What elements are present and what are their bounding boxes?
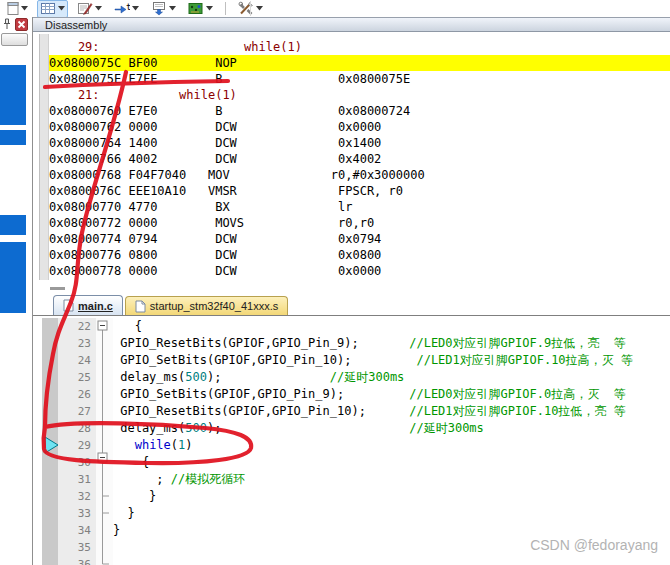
fold-margin[interactable] — [96, 505, 113, 522]
document-icon — [135, 300, 146, 313]
code-text[interactable]: delay_ms(500); //延时300ms — [113, 369, 670, 386]
dropdown-arrow-icon[interactable] — [95, 6, 102, 11]
line-number: 34 — [58, 522, 96, 539]
selected-register-rows[interactable] — [0, 130, 26, 145]
disasm-instruction-line[interactable]: 0x0800075C BF00 NOP — [40, 55, 670, 71]
fold-margin[interactable] — [96, 420, 113, 437]
breakpoint-margin[interactable] — [33, 420, 58, 437]
breakpoint-margin[interactable] — [33, 437, 58, 454]
tools-icon — [238, 1, 254, 16]
code-text[interactable]: GPIO_SetBits(GPIOF,GPIO_Pin_10); //LED1对… — [113, 352, 670, 369]
toolbar-button-trace-step[interactable]: t — [111, 0, 142, 17]
breakpoint-margin[interactable] — [33, 505, 58, 522]
close-icon — [17, 20, 26, 29]
fold-margin[interactable] — [96, 352, 113, 369]
selected-register-rows[interactable] — [0, 242, 26, 313]
memory-window-icon — [40, 1, 56, 16]
fold-margin[interactable] — [96, 403, 113, 420]
toolbar-button-load-memory[interactable] — [148, 0, 179, 17]
breakpoint-margin[interactable] — [33, 539, 58, 556]
disassembly-margin[interactable] — [40, 34, 49, 280]
code-comment: //延时300ms — [330, 370, 405, 384]
dropdown-arrow-icon[interactable] — [169, 6, 176, 11]
code-text[interactable]: { — [113, 318, 670, 335]
fold-margin[interactable] — [96, 318, 113, 335]
disasm-instruction-line[interactable]: 0x0800076C EEE10A10 VMSR FPSCR, r0 — [40, 183, 670, 199]
breakpoint-margin[interactable] — [33, 471, 58, 488]
code-comment: //LED1对应引脚GPIOF.10拉低，亮 等 — [409, 404, 625, 418]
fold-margin[interactable] — [96, 386, 113, 403]
disasm-instruction-line[interactable]: 0x08000766 4002 DCW 0x4002 — [40, 151, 670, 167]
fold-margin[interactable] — [96, 556, 113, 565]
toolbar-separator — [225, 2, 226, 15]
disasm-instruction-line[interactable]: 0x08000760 E7E0 B 0x08000724 — [40, 103, 670, 119]
code-comment: //延时300ms — [409, 421, 484, 435]
code-text[interactable]: } — [113, 488, 670, 505]
disasm-instruction-line[interactable]: 0x08000768 F04F7040 MOV r0,#0x3000000 — [40, 167, 670, 183]
fold-margin[interactable] — [96, 369, 113, 386]
breakpoint-margin[interactable] — [33, 488, 58, 505]
disasm-instruction-line[interactable]: 0x08000764 1400 DCW 0x1400 — [40, 135, 670, 151]
disasm-instruction-line[interactable]: 0x08000776 0800 DCW 0x0800 — [40, 247, 670, 263]
code-text[interactable]: GPIO_ResetBits(GPIOF,GPIO_Pin_10); //LED… — [113, 403, 670, 420]
code-text[interactable]: GPIO_SetBits(GPIOF,GPIO_Pin_9); //LED0对应… — [113, 386, 670, 403]
scrollbar-thumb[interactable] — [50, 287, 65, 290]
code-text[interactable]: GPIO_ResetBits(GPIOF,GPIO_Pin_9); //LED0… — [113, 335, 670, 352]
code-text[interactable]: } — [113, 505, 670, 522]
breakpoint-margin[interactable] — [33, 403, 58, 420]
pin-icon[interactable] — [2, 18, 13, 30]
disasm-instruction-line[interactable]: 0x08000778 0000 DCW 0x0000 — [40, 263, 670, 279]
code-text[interactable]: while(1) — [113, 437, 670, 454]
code-text[interactable]: { — [113, 454, 670, 471]
code-segment: { — [113, 455, 149, 469]
dropdown-arrow-icon[interactable] — [256, 6, 263, 11]
breakpoint-margin[interactable] — [33, 454, 58, 471]
disasm-instruction-line[interactable]: 0x08000770 4770 BX lr — [40, 199, 670, 215]
disasm-source-line[interactable]: 29: while(1) — [40, 39, 670, 55]
breakpoint-margin[interactable] — [33, 522, 58, 539]
disasm-source-line[interactable]: 21: while(1) — [40, 87, 670, 103]
dropdown-arrow-icon[interactable] — [206, 6, 213, 11]
disassembly-hscrollbar[interactable] — [39, 281, 670, 294]
tab-main.c[interactable]: main.c — [53, 295, 123, 315]
toolbar-button-symbol-editor[interactable] — [74, 0, 105, 17]
tab-startup_stm32f40_41xxx.s[interactable]: startup_stm32f40_41xxx.s — [125, 296, 288, 315]
toolbar-button-memory-window[interactable] — [37, 0, 68, 17]
disasm-instruction-line[interactable]: 0x08000762 0000 DCW 0x0000 — [40, 119, 670, 135]
svg-text:t: t — [126, 2, 130, 12]
disassembly-panel: Disassembly 29: while(1)0x0800075C BF00 … — [33, 17, 670, 294]
code-segment: ; — [113, 472, 171, 486]
selected-register-rows[interactable] — [0, 215, 26, 235]
breakpoint-margin[interactable] — [33, 386, 58, 403]
breakpoint-margin[interactable] — [33, 335, 58, 352]
breakpoint-margin[interactable] — [33, 556, 58, 565]
fold-margin[interactable] — [96, 335, 113, 352]
side-panel-scroll-cap[interactable] — [1, 33, 28, 46]
fold-margin[interactable] — [96, 437, 113, 454]
fold-margin[interactable] — [96, 539, 113, 556]
breakpoint-margin[interactable] — [33, 369, 58, 386]
toolbar-button-window-split[interactable] — [0, 0, 31, 17]
code-text[interactable] — [113, 556, 670, 565]
dropdown-arrow-icon[interactable] — [58, 6, 65, 11]
selected-register-rows[interactable] — [0, 65, 26, 125]
disasm-instruction-line[interactable]: 0x08000774 0794 DCW 0x0794 — [40, 231, 670, 247]
line-number: 22 — [58, 318, 96, 335]
breakpoint-margin[interactable] — [33, 318, 58, 335]
fold-margin[interactable] — [96, 522, 113, 539]
breakpoint-margin[interactable] — [33, 352, 58, 369]
source-editor-panel: main.cstartup_stm32f40_41xxx.s 22 {23 GP… — [33, 296, 670, 565]
code-text[interactable]: ; //模拟死循环 — [113, 471, 670, 488]
close-panel-button[interactable] — [15, 18, 28, 31]
fold-margin[interactable] — [96, 488, 113, 505]
disasm-instruction-line[interactable]: 0x08000772 0000 MOVS r0,r0 — [40, 215, 670, 231]
dropdown-arrow-icon[interactable] — [21, 6, 28, 11]
toolbar-button-logic-analyzer[interactable] — [185, 0, 216, 17]
fold-margin[interactable] — [96, 471, 113, 488]
disasm-instruction-line[interactable]: 0x0800075E E7FE B 0x0800075E — [40, 71, 670, 87]
tab-label: main.c — [78, 300, 113, 312]
code-text[interactable]: delay_ms(500); //延时300ms — [113, 420, 670, 437]
dropdown-arrow-icon[interactable] — [132, 6, 139, 11]
fold-margin[interactable] — [96, 454, 113, 471]
disassembly-view[interactable]: 29: while(1)0x0800075C BF00 NOP0x0800075… — [39, 34, 670, 280]
